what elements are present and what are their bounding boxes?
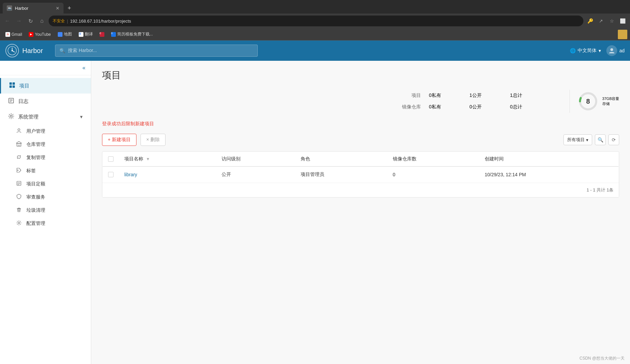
key-icon[interactable]: 🔑 (585, 16, 595, 26)
sidebar-item-users-label: 用户管理 (26, 128, 45, 134)
app-title: Harbor (22, 47, 43, 55)
refresh-button[interactable]: ⟳ (608, 134, 619, 145)
lang-label: 中文简体 (578, 48, 597, 54)
expand-chevron-icon: ▾ (80, 114, 83, 120)
repos-private-value: 0私有 (429, 104, 441, 110)
tab-bar: 🚢 Harbor ✕ + (0, 0, 630, 14)
projects-public-value: 1公开 (470, 93, 482, 99)
svg-rect-6 (12, 85, 15, 88)
search-box[interactable]: 🔍 搜索 Harbor... (55, 45, 258, 57)
projects-stat-label: 项目 (394, 93, 421, 99)
select-all-checkbox[interactable] (108, 156, 114, 162)
capacity-number: 8 (586, 98, 590, 105)
split-view-icon[interactable]: ⬜ (618, 16, 627, 26)
corner-bookmark (618, 30, 627, 39)
address-bar[interactable]: 不安全 | 192.168.67.101/harbor/projects (49, 16, 583, 26)
garbage-icon (16, 207, 23, 213)
bookmark-translate-label: 翻译 (85, 31, 93, 37)
sidebar-item-logs[interactable]: 日志 (0, 94, 91, 109)
reload-button[interactable]: ↻ (26, 16, 35, 26)
sidebar-item-labels[interactable]: 标签 (0, 164, 91, 177)
svg-point-15 (18, 170, 19, 171)
bookmark-resume[interactable]: D 简历模板免费下载... (108, 30, 156, 38)
sidebar-item-projects[interactable]: 项目 (0, 78, 91, 94)
collapse-button[interactable]: « (82, 65, 85, 71)
sidebar-item-quota[interactable]: 项目定额 (0, 177, 91, 190)
bookmark-maps[interactable]: 地图 (55, 30, 75, 38)
projects-table: 项目名称 ▼ 访问级别 角色 镜像仓库数 创建时间 (102, 152, 619, 183)
svg-rect-4 (12, 82, 15, 85)
row-access-cell: 公开 (216, 166, 296, 183)
row-repo-count-cell: 0 (387, 166, 479, 183)
header-access-col: 访问级别 (216, 152, 296, 167)
sidebar-item-garbage[interactable]: 垃圾清理 (0, 204, 91, 217)
sidebar-item-warehouse[interactable]: 仓库管理 (0, 138, 91, 151)
project-link[interactable]: library (124, 172, 137, 177)
sidebar-item-replication[interactable]: 复制管理 (0, 151, 91, 164)
sidebar-item-users[interactable]: 用户管理 (0, 125, 91, 138)
sidebar-item-config-label: 配置管理 (26, 220, 45, 227)
capacity-size: 37GB容量 (602, 96, 619, 101)
share-icon[interactable]: ↗ (596, 16, 606, 26)
filter-label: 所有项目 (567, 137, 585, 143)
sidebar-item-audit-label: 审查服务 (26, 194, 45, 200)
name-filter-icon[interactable]: ▼ (146, 157, 150, 161)
lang-chevron-icon: ▾ (599, 48, 601, 53)
bookmark-gmail[interactable]: G Gmail (3, 31, 25, 38)
user-name: ad (619, 48, 625, 53)
quota-icon (16, 181, 23, 187)
svg-point-1 (11, 50, 13, 51)
forward-button[interactable]: → (14, 16, 24, 26)
svg-point-11 (10, 115, 12, 117)
pagination-info: 1 - 1 共计 1条 (587, 187, 613, 192)
sidebar-item-logs-label: 日志 (18, 98, 28, 105)
tab-favicon: 🚢 (7, 5, 12, 11)
maps-icon (58, 32, 62, 37)
sidebar-item-labels-label: 标签 (26, 168, 36, 174)
bookmark-csdn[interactable]: C (97, 31, 107, 38)
row-created-cell: 10/29/23, 12:14 PM (479, 166, 619, 183)
new-tab-button[interactable]: + (65, 3, 74, 14)
active-tab[interactable]: 🚢 Harbor ✕ (3, 3, 64, 14)
repos-public-value: 0公开 (470, 104, 482, 110)
url-text: 192.168.67.101/harbor/projects (70, 19, 131, 24)
language-button[interactable]: 🌐 中文简体 ▾ (570, 48, 601, 54)
svg-rect-3 (9, 82, 12, 85)
header-logo: Harbor (5, 44, 43, 57)
bookmark-youtube[interactable]: ▶ YouTube (26, 31, 53, 38)
sidebar-item-config[interactable]: 配置管理 (0, 217, 91, 230)
config-icon (16, 220, 23, 227)
toolbar: + 新建项目 × 删除 所有项目 ▾ 🔍 ⟳ (102, 134, 619, 146)
stats-area: 项目 0私有 1公开 1总计 镜像仓库 (102, 90, 619, 113)
sidebar-item-system[interactable]: 系统管理 ▾ (0, 109, 91, 125)
refresh-icon: ⟳ (612, 137, 616, 142)
resume-icon: D (111, 32, 116, 37)
bookmark-translate[interactable]: 文 翻译 (76, 30, 96, 38)
main-content: 项目 项目 0私有 1公开 1总计 (91, 61, 630, 364)
search-button[interactable]: 🔍 (595, 134, 606, 145)
repos-public-stat: 0公开 (470, 104, 510, 110)
table-container: 项目名称 ▼ 访问级别 角色 镜像仓库数 创建时间 (102, 151, 619, 198)
sidebar-item-replication-label: 复制管理 (26, 155, 45, 161)
row-checkbox[interactable] (108, 172, 114, 177)
svg-rect-5 (9, 85, 12, 88)
delete-button[interactable]: × 删除 (141, 134, 166, 146)
bookmark-star-icon[interactable]: ☆ (607, 16, 616, 26)
filter-select[interactable]: 所有项目 ▾ (563, 134, 592, 145)
bookmark-resume-label: 简历模板免费下载... (117, 31, 153, 37)
home-button[interactable]: ⌂ (37, 16, 47, 26)
svg-rect-14 (18, 145, 20, 146)
header-repo-col: 镜像仓库数 (387, 152, 479, 167)
user-button[interactable]: ad (606, 45, 625, 56)
projects-total-stat: 1总计 (510, 93, 551, 99)
bookmark-gmail-label: Gmail (11, 32, 22, 37)
back-button[interactable]: ← (3, 16, 12, 26)
header-search[interactable]: 🔍 搜索 Harbor... (55, 45, 258, 57)
sidebar-item-warehouse-label: 仓库管理 (26, 141, 45, 148)
new-project-button[interactable]: + 新建项目 (102, 134, 136, 146)
search-icon: 🔍 (59, 48, 65, 53)
users-icon (16, 128, 23, 134)
tab-close-button[interactable]: ✕ (56, 6, 59, 11)
sidebar-item-audit[interactable]: 审查服务 (0, 190, 91, 204)
address-divider: | (67, 19, 68, 24)
